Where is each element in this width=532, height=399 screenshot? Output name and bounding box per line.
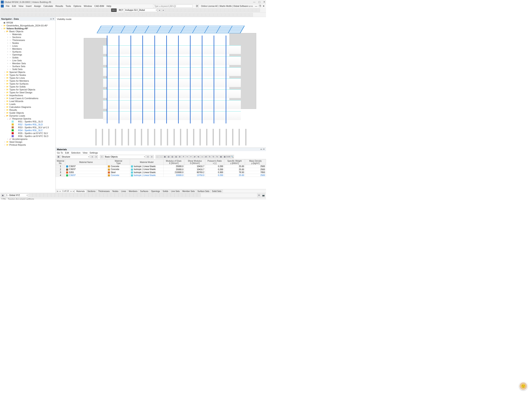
bottombar-btn-16[interactable] — [89, 193, 92, 197]
tb1-btn-r12[interactable] — [213, 8, 216, 12]
model-3d-view[interactable] — [56, 21, 266, 147]
bottombar-btn-1[interactable] — [32, 193, 36, 197]
tb2-btn-54[interactable] — [214, 13, 217, 17]
tb1-btn-r17[interactable] — [233, 8, 236, 12]
tab-surfaces[interactable]: Surfaces — [139, 190, 150, 193]
tree-item[interactable]: ›📁Special Objects — [0, 71, 56, 74]
nav-next-button[interactable]: ▸ — [94, 155, 98, 158]
tab-last-button[interactable]: ▸| — [72, 190, 75, 192]
tb1-btn-r3[interactable] — [177, 8, 181, 12]
bottombar-btn-45[interactable] — [197, 193, 201, 197]
tree-item[interactable]: ›📁Gewinkeltes_Bürogebäude_2024-03.rf6* — [0, 24, 56, 27]
tab-lines[interactable]: Lines — [120, 190, 128, 193]
nav-next2-button[interactable]: ▸ — [150, 155, 154, 158]
tree-item[interactable]: ›📁Steel Design — [0, 140, 56, 143]
tree-item[interactable]: ›▫Solids — [0, 56, 56, 59]
menu-insert[interactable]: Insert — [25, 5, 33, 7]
structure-combo[interactable]: Structure — [61, 155, 90, 158]
tb1-btn-10[interactable] — [40, 8, 44, 12]
tb2-btn-51[interactable] — [202, 13, 206, 17]
col-header[interactable]: MaterialType — [107, 159, 130, 165]
bottombar-btn-28[interactable] — [133, 193, 137, 197]
tab-sections[interactable]: Sections — [86, 190, 97, 193]
tb2-btn-5[interactable] — [20, 13, 24, 17]
menu-tools[interactable]: Tools — [64, 5, 72, 7]
tab-nodes[interactable]: Nodes — [111, 190, 120, 193]
tree-item[interactable]: ⌄📂Dynamic Loads — [0, 114, 56, 117]
bottombar-btn-44[interactable] — [193, 193, 197, 197]
tb1-btn-15[interactable] — [60, 8, 63, 12]
tab-thicknesses[interactable]: Thicknesses — [97, 190, 111, 193]
tb2-btn-48[interactable] — [190, 13, 194, 17]
panel-tool-5[interactable]: ▧ — [174, 155, 178, 158]
tb2-btn-33[interactable] — [131, 13, 134, 17]
tree-item[interactable]: RS4 - Spettro RSL_SLC — [0, 129, 56, 132]
tb2-btn-18[interactable] — [71, 13, 75, 17]
tree-item[interactable]: RS1 - Spettro RSL_SLO — [0, 120, 56, 123]
minimize-button[interactable]: — — [253, 1, 255, 3]
panel-tool-0[interactable]: ⬚ — [155, 155, 159, 158]
navigator-tree[interactable]: ▦RFEM›📁Gewinkeltes_Bürogebäude_2024-03.r… — [0, 21, 56, 193]
tb2-btn-9[interactable] — [36, 13, 40, 17]
tree-item[interactable]: ›📁Types for Lines — [0, 76, 56, 79]
tb2-btn-1[interactable] — [4, 13, 8, 17]
close-button[interactable]: ✕ — [263, 1, 265, 3]
tb1-btn-26[interactable] — [103, 8, 107, 12]
table-row[interactable]: 1 C30/37 Concrete Isotropic | Linear Ela… — [56, 165, 266, 168]
tb2-btn-45[interactable] — [178, 13, 182, 17]
basic-objects-icon[interactable]: ◇ — [100, 155, 103, 158]
bottombar-btn-2[interactable] — [36, 193, 40, 197]
tree-item[interactable]: ›▫Materials — [0, 33, 56, 36]
tb1-btn-r15[interactable] — [225, 8, 228, 12]
bottombar-btn-20[interactable] — [103, 193, 107, 197]
tb1-btn-r19[interactable] — [241, 8, 244, 12]
tree-item[interactable]: ›▫Surfaces — [0, 50, 56, 53]
bottombar-btn-38[interactable] — [171, 193, 175, 197]
bottombar-btn-10[interactable] — [66, 193, 70, 197]
tb1-btn-4[interactable] — [16, 8, 20, 12]
bottombar-btn-14[interactable] — [81, 193, 85, 197]
tb1-btn-r2[interactable] — [173, 8, 177, 12]
tb1-btn-r23[interactable] — [256, 8, 260, 12]
tb1-btn-1[interactable] — [4, 8, 8, 12]
menu-assign[interactable]: Assign — [33, 5, 42, 7]
bottombar-btn-8[interactable] — [59, 193, 62, 197]
tb2-btn-50[interactable] — [198, 13, 202, 17]
materials-table[interactable]: MaterialNo.Material NameMaterialTypeMate… — [56, 159, 266, 177]
panel-tool-15[interactable]: fx — [212, 155, 215, 158]
col-header[interactable]: Specific Weight γ [kN/m³] — [224, 159, 245, 165]
tb2-btn-63[interactable] — [249, 13, 253, 17]
tb2-btn-36[interactable] — [143, 13, 146, 17]
tb2-btn-25[interactable] — [99, 13, 103, 17]
bottombar-btn-0[interactable] — [29, 193, 32, 197]
bottombar-btn-36[interactable] — [163, 193, 167, 197]
tab-solids[interactable]: Solids — [161, 190, 170, 193]
tb2-btn-2[interactable] — [8, 13, 12, 17]
tb2-btn-38[interactable] — [151, 13, 154, 17]
panel-tool-10[interactable]: ⇄ — [193, 155, 196, 158]
tab-member-sets[interactable]: Member Sets — [181, 190, 196, 193]
tree-item[interactable]: ›📈Accelerograms — [0, 138, 56, 140]
tree-item[interactable]: ›▫Solid Sets — [0, 68, 56, 71]
tb2-btn-19[interactable] — [76, 13, 79, 17]
tb2-btn-13[interactable] — [52, 13, 56, 17]
bottombar-btn-7[interactable] — [55, 193, 59, 197]
bottombar-btn-26[interactable] — [126, 193, 130, 197]
panel-close-button[interactable]: ✕ — [263, 148, 265, 151]
panel-menu-edit[interactable]: Edit — [65, 152, 69, 154]
bottombar-btn-41[interactable] — [182, 193, 186, 197]
camera-icon[interactable]: 📷 — [261, 193, 265, 197]
bottombar-btn-33[interactable] — [152, 193, 156, 197]
bottombar-btn-12[interactable] — [74, 193, 77, 197]
bottombar-btn-21[interactable] — [107, 193, 111, 197]
col-header[interactable]: Material Model — [130, 159, 163, 165]
tree-item[interactable]: ›📁Imperfections — [0, 94, 56, 97]
tree-item[interactable]: ⌄📈Response Spectra — [0, 117, 56, 120]
tb2-btn-20[interactable] — [79, 13, 83, 17]
tb2-btn-60[interactable] — [237, 13, 241, 17]
bottombar-btn-25[interactable] — [122, 193, 126, 197]
tree-item[interactable]: ›📁Calculation Diagrams — [0, 106, 56, 108]
panel-tool-17[interactable]: ▦ — [219, 155, 223, 158]
tree-item[interactable]: ›📁Loads — [0, 103, 56, 106]
tree-item[interactable]: ▦RFEM — [0, 21, 56, 24]
